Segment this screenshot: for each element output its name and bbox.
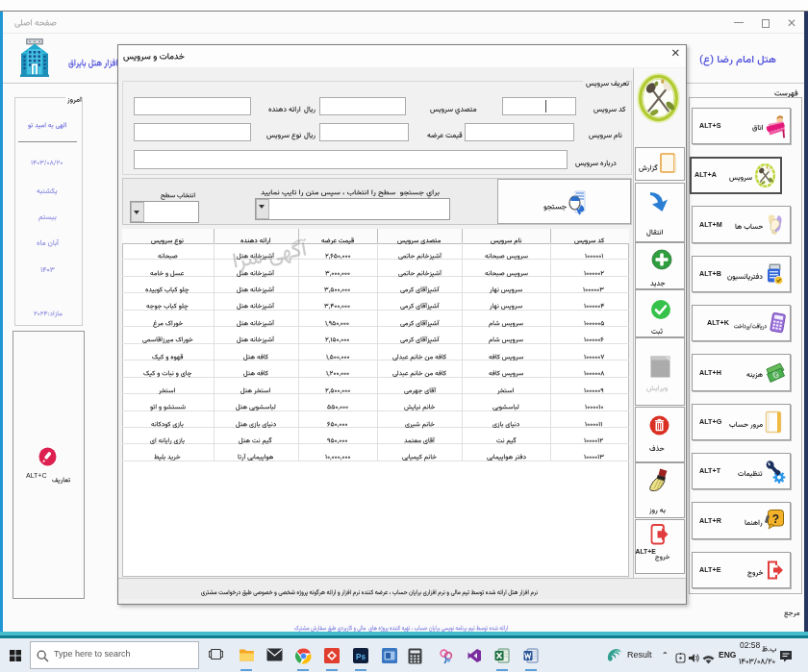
svg-text:?: ?	[772, 512, 779, 526]
svg-text:Ps: Ps	[356, 653, 366, 661]
